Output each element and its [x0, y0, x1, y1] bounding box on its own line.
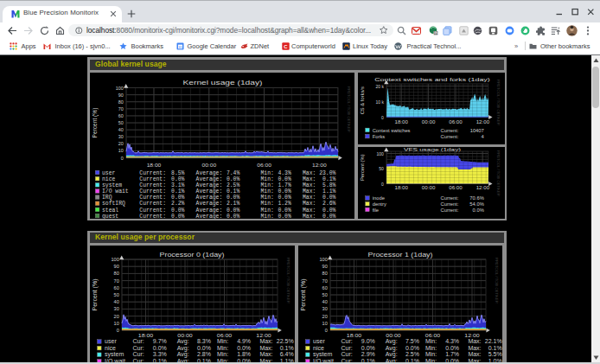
svg-text:Max:: Max:	[468, 345, 481, 351]
svg-text:user: user	[313, 338, 325, 344]
svg-text:C: C	[284, 44, 288, 49]
svg-text:Max:: Max:	[303, 201, 316, 207]
svg-text:10407: 10407	[470, 128, 484, 133]
svg-text:Average:: Average:	[196, 201, 223, 207]
svg-text:Min:: Min:	[261, 176, 274, 182]
svg-text:Cur:: Cur:	[133, 345, 144, 351]
svg-text:Max:: Max:	[303, 195, 316, 201]
svg-text:user: user	[102, 170, 116, 176]
svg-text:60: 60	[322, 285, 327, 291]
svg-text:RRDTOOL / TOBI OETIKER: RRDTOOL / TOBI OETIKER	[286, 258, 290, 303]
svg-text:18:00: 18:00	[394, 185, 408, 190]
svg-text:06:00: 06:00	[449, 185, 463, 190]
svg-text:Context switches: Context switches	[373, 128, 411, 133]
svg-text:0.0%: 0.0%	[322, 208, 336, 214]
svg-text:nice: nice	[105, 345, 116, 351]
svg-text:0.0%: 0.0%	[278, 176, 291, 182]
svg-text:8.3%: 8.3%	[197, 338, 211, 344]
svg-text:10 k: 10 k	[375, 99, 384, 105]
svg-text:00:00: 00:00	[422, 119, 436, 125]
svg-text:Percent (%): Percent (%)	[360, 154, 365, 181]
svg-text:0.0%: 0.0%	[473, 208, 484, 213]
svg-text:Min:: Min:	[424, 338, 436, 344]
svg-text:12:00: 12:00	[476, 119, 490, 125]
svg-text:guest: guest	[102, 214, 118, 219]
svg-text:12: 12	[433, 31, 438, 35]
svg-text:nice: nice	[313, 345, 324, 351]
svg-text:5.8%: 5.8%	[322, 182, 336, 188]
svg-text:Average:: Average:	[196, 208, 223, 214]
svg-text:80: 80	[118, 99, 124, 105]
svg-text:18:00: 18:00	[346, 333, 361, 338]
svg-text:00:00: 00:00	[386, 333, 400, 338]
svg-text:50: 50	[379, 166, 384, 171]
svg-text:100: 100	[319, 257, 327, 262]
svg-text:Kernel usage (1day): Kernel usage (1day)	[183, 80, 263, 86]
svg-text:0.0%: 0.0%	[278, 195, 291, 201]
svg-text:Max:: Max:	[259, 338, 272, 344]
svg-text:Percent (%): Percent (%)	[299, 279, 306, 311]
svg-text:IRQ: IRQ	[102, 195, 112, 201]
svg-text:Current:: Current:	[139, 208, 166, 214]
svg-text:Average:: Average:	[196, 176, 223, 182]
svg-text:Max:: Max:	[468, 351, 481, 357]
svg-text:70: 70	[114, 278, 119, 284]
svg-text:7.5%: 7.5%	[405, 338, 419, 344]
svg-text:Max:: Max:	[303, 170, 316, 176]
svg-text:12:00: 12:00	[476, 185, 490, 190]
svg-text:0.0%: 0.0%	[171, 176, 185, 182]
svg-text:Current:: Current:	[139, 188, 166, 195]
svg-text:5.5%: 5.5%	[488, 351, 501, 357]
svg-text:1.8%: 1.8%	[237, 351, 251, 357]
svg-text:Cur:: Cur:	[133, 351, 144, 357]
svg-text:2.2%: 2.2%	[171, 201, 185, 207]
svg-text:Max:: Max:	[303, 214, 316, 219]
svg-text:100: 100	[116, 86, 124, 91]
svg-text:2.1%: 2.1%	[227, 201, 240, 207]
svg-text:18:00: 18:00	[394, 119, 408, 125]
svg-text:30: 30	[114, 306, 119, 311]
svg-text:0: 0	[324, 328, 327, 333]
svg-text:system: system	[102, 182, 122, 188]
svg-text:90: 90	[114, 264, 119, 269]
svg-text:12:00: 12:00	[256, 333, 271, 338]
svg-text:80: 80	[114, 271, 119, 276]
svg-text:90: 90	[118, 93, 124, 98]
svg-text:10: 10	[118, 148, 124, 153]
svg-text:Average:: Average:	[196, 188, 223, 195]
svg-text:0.0%: 0.0%	[445, 345, 459, 351]
svg-text:3.1%: 3.1%	[171, 182, 185, 188]
svg-text:0.0%: 0.0%	[278, 188, 291, 195]
svg-text:Min:: Min:	[261, 214, 274, 219]
svg-text:00:00: 00:00	[422, 185, 436, 190]
svg-text:Current:: Current:	[139, 170, 166, 176]
svg-text:31: 31	[178, 44, 182, 48]
svg-text:Max:: Max:	[468, 338, 481, 344]
svg-text:RRDTOOL / TOBI OETIKER: RRDTOOL / TOBI OETIKER	[347, 86, 351, 132]
svg-text:0.0%: 0.0%	[197, 345, 211, 351]
svg-text:Min:: Min:	[424, 345, 436, 351]
svg-text:Cur:: Cur:	[341, 345, 352, 351]
svg-text:60: 60	[114, 285, 119, 291]
svg-text:0.1%: 0.1%	[280, 345, 294, 351]
svg-text:50: 50	[114, 292, 119, 297]
svg-text:0: 0	[381, 182, 384, 187]
svg-text:90: 90	[322, 264, 327, 269]
svg-text:dentry: dentry	[373, 201, 386, 207]
svg-text:Min:: Min:	[261, 195, 274, 201]
svg-text:Max:: Max:	[259, 351, 272, 357]
svg-text:0.0%: 0.0%	[278, 208, 291, 214]
svg-text:6.4%: 6.4%	[280, 351, 294, 357]
svg-text:0.1%: 0.1%	[322, 176, 336, 182]
svg-text:Max:: Max:	[259, 345, 272, 351]
svg-text:I/O wait: I/O wait	[102, 188, 129, 195]
svg-text:10: 10	[114, 321, 119, 326]
svg-text:Min:: Min:	[261, 182, 274, 188]
svg-text:Cur:: Cur:	[341, 338, 352, 344]
svg-text:4.3%: 4.3%	[445, 338, 459, 344]
svg-text:Current:: Current:	[441, 208, 459, 213]
svg-text:30: 30	[322, 306, 327, 311]
svg-text:Current:: Current:	[441, 201, 459, 207]
svg-text:Min:: Min:	[217, 338, 228, 344]
svg-text:Min:: Min:	[217, 351, 228, 357]
